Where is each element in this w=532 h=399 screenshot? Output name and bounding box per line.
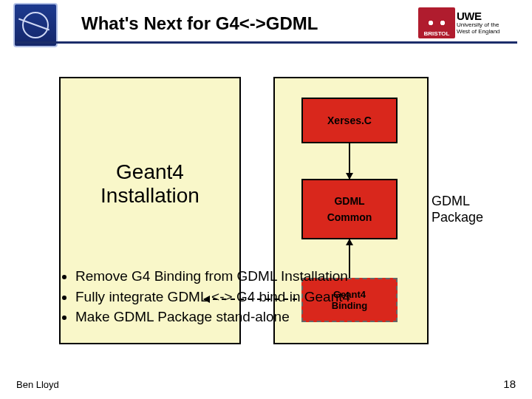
node-gdml-line2: Common [327,211,372,223]
uwe-line2: West of England [457,29,528,35]
uwe-logo-text: BRISTOL [424,30,450,37]
gdml-package-line1: GDML [432,194,483,210]
bullet-1: Remove G4 Binding from GDML Installation [75,266,495,287]
footer-page-number: 18 [503,378,516,390]
uwe-big: UWE [457,10,528,23]
gdml-package-line2: Package [432,210,483,226]
bullet-3: Make GDML Package stand-alone [75,307,495,327]
bullet-2: Fully integrate GDML <-> G4 bind in Gean… [75,287,495,307]
gdml-package-label: GDML Package [432,194,483,225]
node-xerses: Xerses.C [301,98,398,143]
arrow-xerses-to-gdml [349,143,350,179]
node-gdml-line1: GDML [334,195,364,207]
title-underline [15,41,517,44]
node-xerses-label: Xerses.C [327,115,372,126]
uwe-bristol-logo-icon: BRISTOL [418,7,455,38]
slide-header: What's Next for G4<->GDML BRISTOL UWE Un… [0,0,532,50]
bullet-list: Remove G4 Binding from GDML Installation… [59,266,495,327]
node-gdml-common: GDML Common [301,179,398,239]
uwe-text-logo: UWE University of the West of England [457,7,528,38]
slide-title: What's Next for G4<->GDML [81,13,318,34]
footer-author: Ben Lloyd [16,379,59,390]
geant4-install-label: Geant4 Installation [100,160,200,208]
cern-logo-icon [13,3,58,47]
